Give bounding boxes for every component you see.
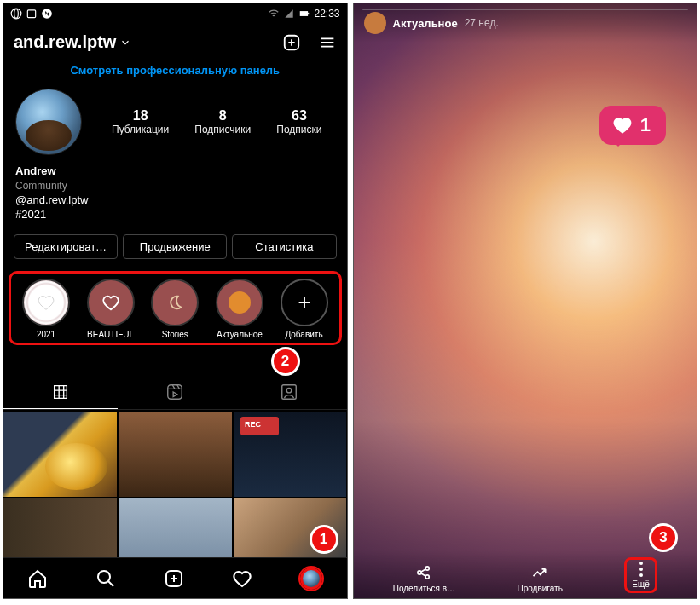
new-post-nav-icon[interactable] [164,568,184,589]
svg-point-9 [287,389,292,394]
svg-rect-7 [168,385,182,400]
trend-icon [531,564,548,581]
post-thumb[interactable] [234,412,347,497]
step-badge-3: 3 [649,523,678,552]
orange-icon [216,279,263,326]
tab-reels[interactable] [118,376,232,409]
moon-icon [151,279,199,326]
chevron-down-icon [119,37,131,49]
calendar-icon [26,8,38,20]
story-time: 27 нед. [465,17,499,29]
pro-panel-link[interactable]: Смотреть профессиональную панель [3,59,347,85]
more-highlight-box: Ещё [624,557,657,593]
svg-point-10 [98,571,110,583]
heart-icon [611,114,633,136]
more-button[interactable]: Ещё [624,557,657,593]
username-dropdown[interactable]: and.rew.lptw [14,32,131,52]
new-post-icon[interactable] [282,33,301,52]
edit-profile-button[interactable]: Редактироват… [14,234,118,259]
content-tabs [3,376,347,410]
svg-rect-8 [282,385,297,400]
tab-grid[interactable] [3,376,118,409]
svg-rect-2 [27,10,35,18]
post-thumb[interactable] [119,412,232,497]
highlights-row: 2021 BEAUTIFUL Stories Актуальное Добави… [9,271,342,345]
grid-icon [51,383,70,401]
svg-point-3 [42,9,52,19]
svg-point-1 [14,9,19,19]
highlight-actual[interactable]: Актуальное [210,279,269,339]
battery-icon [298,8,310,20]
bio: Andrew Community @and.rew.lptw #2021 [3,164,347,222]
hamburger-icon[interactable] [318,33,337,52]
bio-name: Andrew [15,164,335,179]
signal-icon [283,8,295,20]
activity-icon[interactable] [232,568,252,589]
svg-point-0 [11,9,21,19]
header-actions [282,33,337,52]
tagged-icon [280,383,298,401]
clock: 22:33 [314,8,339,20]
phone-profile: 22:33 and.rew.lptw Смотреть профессионал… [3,3,348,599]
home-icon[interactable] [27,568,48,589]
bio-handle: @and.rew.lptw [15,193,335,208]
story-title: Актуальное [393,17,458,30]
svg-rect-4 [300,11,308,16]
phone-story: Актуальное 27 нед. 1 Поделиться в… Продв… [353,3,698,599]
status-bar: 22:33 [3,3,347,24]
stats-button[interactable]: Статистика [232,234,336,259]
heart-icon [87,279,135,326]
stat-posts[interactable]: 18 Публикации [112,108,169,135]
profile-row: 18 Публикации 8 Подписчики 63 Подписки [3,85,347,164]
highlight-beautiful[interactable]: BEAUTIFUL [81,279,141,339]
promote-button[interactable]: Продвижение [123,234,227,259]
highlight-cover-icon [22,279,70,326]
story-footer: Поделиться в… Продвигать Ещё [354,550,697,598]
tab-tagged[interactable] [232,376,346,409]
share-button[interactable]: Поделиться в… [393,564,455,593]
like-count: 1 [640,114,651,136]
stat-followers[interactable]: 8 Подписчики [194,108,251,135]
stats-row: 18 Публикации 8 Подписчики 63 Подписки [99,108,335,135]
svg-rect-5 [309,13,310,14]
plus-icon [281,279,328,326]
bio-hashtag[interactable]: #2021 [15,207,335,222]
wifi-icon [268,8,280,20]
step-badge-2: 2 [271,347,300,376]
story-avatar[interactable] [364,12,386,34]
highlight-2021[interactable]: 2021 [16,279,76,339]
status-left [10,8,53,20]
nav-profile-avatar[interactable] [300,568,322,590]
opera-icon [10,8,22,20]
like-sticker[interactable]: 1 [599,106,666,145]
shazam-icon [41,8,53,20]
promote-story-button[interactable]: Продвигать [517,564,562,593]
stat-following[interactable]: 63 Подписки [276,108,321,135]
reels-icon [165,383,184,401]
bio-category: Community [15,179,335,193]
highlight-add[interactable]: Добавить [275,279,334,339]
profile-avatar[interactable] [15,89,82,155]
action-buttons: Редактироват… Продвижение Статистика [3,222,347,269]
story-header: Актуальное 27 нед. [354,3,697,43]
username-text: and.rew.lptw [14,32,116,52]
more-dots-icon [639,562,643,577]
highlight-stories[interactable]: Stories [145,279,205,339]
search-icon[interactable] [95,568,116,589]
step-badge-1: 1 [310,525,338,554]
share-icon [415,564,432,581]
header-row: and.rew.lptw [3,24,347,59]
post-thumb[interactable] [3,412,117,497]
status-right: 22:33 [268,8,339,20]
bottom-nav [3,557,347,598]
